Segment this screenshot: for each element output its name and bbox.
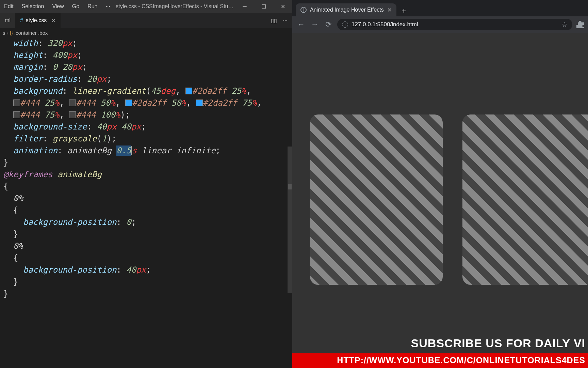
kf-name: animateBg bbox=[58, 170, 102, 179]
vscode-statusbar bbox=[0, 365, 292, 368]
val: 0.5 bbox=[116, 146, 131, 155]
prop: background-position bbox=[23, 265, 117, 275]
pct: 25 bbox=[231, 86, 241, 96]
unit: deg bbox=[161, 86, 175, 96]
address-bar[interactable]: i 127.0.0.1:5500/index.html ☆ bbox=[337, 19, 572, 30]
more-actions-icon[interactable]: ··· bbox=[283, 17, 288, 24]
chevron-icon: › bbox=[7, 30, 9, 36]
at-keyframes: @keyframes bbox=[3, 170, 53, 179]
subscribe-text: SUBSCRIBE US FOR DAILY VI bbox=[292, 335, 588, 353]
prop-margin: margin bbox=[13, 62, 43, 72]
tab-html-label: ml bbox=[5, 17, 11, 24]
prop-bgsize: background-size bbox=[13, 122, 87, 132]
new-tab-button[interactable]: + bbox=[398, 5, 409, 16]
unit: px bbox=[107, 122, 116, 132]
kf-pct: 0% bbox=[13, 194, 23, 203]
hex: #444 bbox=[76, 98, 96, 108]
val: 40 bbox=[126, 265, 136, 275]
color-swatch[interactable] bbox=[69, 111, 76, 118]
tab-html[interactable]: ml bbox=[0, 13, 15, 28]
unit: px bbox=[67, 50, 77, 60]
val: 1 bbox=[102, 134, 107, 143]
unit: px bbox=[62, 39, 72, 48]
menu-selection[interactable]: Selection bbox=[18, 2, 48, 11]
pct: 75 bbox=[45, 110, 54, 120]
css-file-icon: # bbox=[20, 17, 23, 24]
prop: background-position bbox=[23, 217, 117, 227]
bookmark-icon[interactable]: ☆ bbox=[561, 20, 568, 29]
code-editor[interactable]: width: 320px; height: 400px; margin: 0 2… bbox=[0, 37, 292, 365]
close-tab-icon[interactable]: ✕ bbox=[387, 7, 392, 13]
val: 40 bbox=[97, 122, 107, 132]
val-width: 320 bbox=[48, 39, 62, 48]
site-info-icon[interactable]: i bbox=[342, 21, 348, 28]
menu-edit[interactable]: Edit bbox=[0, 2, 18, 11]
hex: #2da2ff bbox=[203, 98, 237, 108]
breadcrumb[interactable]: s › {} .container .box bbox=[0, 28, 292, 37]
unit: px bbox=[136, 265, 146, 275]
func: linear-gradient bbox=[72, 86, 146, 96]
iter: infinite bbox=[176, 146, 216, 155]
forward-button[interactable]: → bbox=[310, 20, 320, 29]
pct: 100 bbox=[101, 110, 115, 120]
val: 20 bbox=[62, 62, 72, 72]
url-text: 127.0.0.1:5500/index.html bbox=[352, 21, 418, 28]
page-viewport: SUBSCRIBE US FOR DAILY VI HTTP://WWW.YOU… bbox=[292, 33, 588, 368]
split-editor-icon[interactable]: ▯▯ bbox=[271, 17, 277, 24]
globe-icon bbox=[300, 7, 307, 13]
back-button[interactable]: ← bbox=[296, 20, 306, 29]
anim-name: animateBg bbox=[67, 146, 112, 155]
hex: #444 bbox=[20, 98, 40, 108]
val: 40 bbox=[121, 122, 131, 132]
pct: 25 bbox=[45, 98, 54, 108]
tab-style-css[interactable]: # style.css ✕ bbox=[15, 13, 61, 28]
pct: 50 bbox=[101, 98, 111, 108]
close-tab-icon[interactable]: ✕ bbox=[51, 17, 56, 24]
browser-tabstrip: Animated Image Hover Effects ✕ + bbox=[292, 0, 588, 16]
hex: #444 bbox=[20, 110, 40, 120]
color-swatch[interactable] bbox=[125, 99, 132, 106]
color-swatch[interactable] bbox=[185, 88, 192, 94]
prop-animation: animation bbox=[13, 146, 58, 155]
extensions-icon[interactable] bbox=[576, 21, 584, 28]
animated-box-1[interactable] bbox=[310, 114, 443, 285]
channel-url: HTTP://WWW.YOUTUBE.COM/C/ONLINETUTORIALS… bbox=[292, 353, 588, 368]
browser-tab-title: Animated Image Hover Effects bbox=[310, 7, 384, 13]
val: 45 bbox=[151, 86, 161, 96]
minimize-button[interactable]: ─ bbox=[235, 0, 254, 13]
breadcrumb-file: s bbox=[3, 30, 5, 36]
vscode-titlebar: Edit Selection View Go Run ··· style.css… bbox=[0, 0, 292, 13]
browser-tab[interactable]: Animated Image Hover Effects ✕ bbox=[296, 3, 396, 16]
color-swatch[interactable] bbox=[13, 111, 20, 118]
close-button[interactable]: ✕ bbox=[273, 0, 292, 13]
editor-tabs: ml # style.css ✕ ▯▯ ··· bbox=[0, 13, 292, 28]
maximize-button[interactable]: ☐ bbox=[254, 0, 273, 13]
color-swatch[interactable] bbox=[196, 99, 203, 106]
banner: SUBSCRIBE US FOR DAILY VI HTTP://WWW.YOU… bbox=[292, 335, 588, 368]
vscode-menu: Edit Selection View Go Run ··· bbox=[0, 2, 114, 11]
timing: linear bbox=[142, 146, 172, 155]
pct: 50 bbox=[172, 98, 181, 108]
menu-more[interactable]: ··· bbox=[102, 2, 114, 11]
prop-width: width bbox=[13, 39, 38, 48]
unit: px bbox=[72, 62, 82, 72]
menu-view[interactable]: View bbox=[48, 2, 68, 11]
vscode-title: style.css - CSSImageHoverEffects - Visua… bbox=[114, 3, 235, 10]
editor-scrollbar[interactable] bbox=[288, 147, 292, 293]
func: grayscale bbox=[53, 134, 97, 143]
hex: #444 bbox=[76, 110, 96, 120]
animated-box-2[interactable] bbox=[462, 114, 588, 285]
browser-toolbar: ← → ⟳ i 127.0.0.1:5500/index.html ☆ bbox=[292, 16, 588, 33]
minimap[interactable] bbox=[288, 184, 292, 189]
color-swatch[interactable] bbox=[69, 99, 76, 106]
prop-radius: border-radius bbox=[13, 74, 77, 84]
color-swatch[interactable] bbox=[13, 99, 20, 106]
menu-run[interactable]: Run bbox=[83, 2, 101, 11]
reload-button[interactable]: ⟳ bbox=[324, 20, 333, 29]
menu-go[interactable]: Go bbox=[68, 2, 83, 11]
val-height: 400 bbox=[53, 50, 67, 60]
val: 0 bbox=[53, 62, 58, 72]
prop-height: height bbox=[13, 50, 43, 60]
val: 20 bbox=[87, 74, 97, 84]
pct: 75 bbox=[242, 98, 252, 108]
